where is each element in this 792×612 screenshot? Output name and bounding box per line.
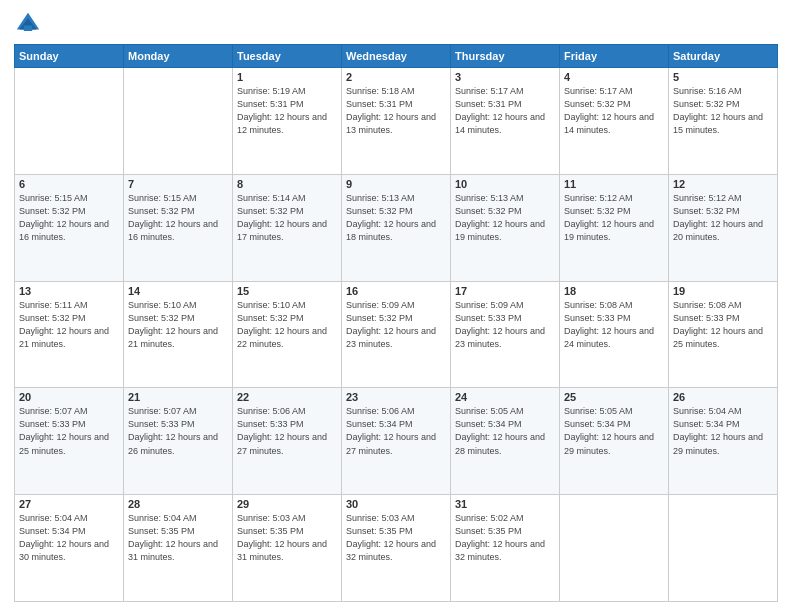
day-number: 28	[128, 498, 228, 510]
calendar-week-4: 20Sunrise: 5:07 AMSunset: 5:33 PMDayligh…	[15, 388, 778, 495]
calendar-week-5: 27Sunrise: 5:04 AMSunset: 5:34 PMDayligh…	[15, 495, 778, 602]
calendar-cell: 3Sunrise: 5:17 AMSunset: 5:31 PMDaylight…	[451, 68, 560, 175]
day-info: Sunrise: 5:18 AMSunset: 5:31 PMDaylight:…	[346, 85, 446, 137]
calendar-cell: 24Sunrise: 5:05 AMSunset: 5:34 PMDayligh…	[451, 388, 560, 495]
day-info: Sunrise: 5:04 AMSunset: 5:34 PMDaylight:…	[19, 512, 119, 564]
day-number: 12	[673, 178, 773, 190]
day-info: Sunrise: 5:09 AMSunset: 5:32 PMDaylight:…	[346, 299, 446, 351]
day-info: Sunrise: 5:06 AMSunset: 5:33 PMDaylight:…	[237, 405, 337, 457]
calendar-cell: 10Sunrise: 5:13 AMSunset: 5:32 PMDayligh…	[451, 174, 560, 281]
day-info: Sunrise: 5:10 AMSunset: 5:32 PMDaylight:…	[237, 299, 337, 351]
day-number: 19	[673, 285, 773, 297]
day-number: 13	[19, 285, 119, 297]
day-info: Sunrise: 5:03 AMSunset: 5:35 PMDaylight:…	[346, 512, 446, 564]
calendar-week-3: 13Sunrise: 5:11 AMSunset: 5:32 PMDayligh…	[15, 281, 778, 388]
day-number: 18	[564, 285, 664, 297]
day-info: Sunrise: 5:07 AMSunset: 5:33 PMDaylight:…	[128, 405, 228, 457]
calendar: SundayMondayTuesdayWednesdayThursdayFrid…	[14, 44, 778, 602]
day-info: Sunrise: 5:08 AMSunset: 5:33 PMDaylight:…	[564, 299, 664, 351]
calendar-cell: 6Sunrise: 5:15 AMSunset: 5:32 PMDaylight…	[15, 174, 124, 281]
calendar-header-row: SundayMondayTuesdayWednesdayThursdayFrid…	[15, 45, 778, 68]
day-number: 9	[346, 178, 446, 190]
calendar-cell: 29Sunrise: 5:03 AMSunset: 5:35 PMDayligh…	[233, 495, 342, 602]
calendar-cell: 12Sunrise: 5:12 AMSunset: 5:32 PMDayligh…	[669, 174, 778, 281]
day-number: 10	[455, 178, 555, 190]
day-info: Sunrise: 5:09 AMSunset: 5:33 PMDaylight:…	[455, 299, 555, 351]
day-number: 27	[19, 498, 119, 510]
day-number: 2	[346, 71, 446, 83]
day-info: Sunrise: 5:02 AMSunset: 5:35 PMDaylight:…	[455, 512, 555, 564]
calendar-cell: 26Sunrise: 5:04 AMSunset: 5:34 PMDayligh…	[669, 388, 778, 495]
day-info: Sunrise: 5:13 AMSunset: 5:32 PMDaylight:…	[346, 192, 446, 244]
day-number: 15	[237, 285, 337, 297]
calendar-cell: 18Sunrise: 5:08 AMSunset: 5:33 PMDayligh…	[560, 281, 669, 388]
day-number: 25	[564, 391, 664, 403]
day-number: 8	[237, 178, 337, 190]
col-header-friday: Friday	[560, 45, 669, 68]
day-number: 26	[673, 391, 773, 403]
col-header-sunday: Sunday	[15, 45, 124, 68]
col-header-tuesday: Tuesday	[233, 45, 342, 68]
calendar-cell: 25Sunrise: 5:05 AMSunset: 5:34 PMDayligh…	[560, 388, 669, 495]
svg-rect-2	[24, 25, 32, 31]
day-number: 23	[346, 391, 446, 403]
col-header-thursday: Thursday	[451, 45, 560, 68]
day-number: 21	[128, 391, 228, 403]
day-info: Sunrise: 5:16 AMSunset: 5:32 PMDaylight:…	[673, 85, 773, 137]
calendar-cell: 7Sunrise: 5:15 AMSunset: 5:32 PMDaylight…	[124, 174, 233, 281]
day-info: Sunrise: 5:03 AMSunset: 5:35 PMDaylight:…	[237, 512, 337, 564]
day-number: 1	[237, 71, 337, 83]
day-number: 11	[564, 178, 664, 190]
logo-icon	[14, 10, 42, 38]
day-info: Sunrise: 5:12 AMSunset: 5:32 PMDaylight:…	[673, 192, 773, 244]
header	[14, 10, 778, 38]
day-info: Sunrise: 5:17 AMSunset: 5:32 PMDaylight:…	[564, 85, 664, 137]
day-info: Sunrise: 5:05 AMSunset: 5:34 PMDaylight:…	[455, 405, 555, 457]
calendar-week-1: 1Sunrise: 5:19 AMSunset: 5:31 PMDaylight…	[15, 68, 778, 175]
day-info: Sunrise: 5:17 AMSunset: 5:31 PMDaylight:…	[455, 85, 555, 137]
calendar-cell: 13Sunrise: 5:11 AMSunset: 5:32 PMDayligh…	[15, 281, 124, 388]
day-info: Sunrise: 5:08 AMSunset: 5:33 PMDaylight:…	[673, 299, 773, 351]
calendar-week-2: 6Sunrise: 5:15 AMSunset: 5:32 PMDaylight…	[15, 174, 778, 281]
day-number: 16	[346, 285, 446, 297]
day-number: 6	[19, 178, 119, 190]
day-number: 31	[455, 498, 555, 510]
day-info: Sunrise: 5:06 AMSunset: 5:34 PMDaylight:…	[346, 405, 446, 457]
day-info: Sunrise: 5:04 AMSunset: 5:34 PMDaylight:…	[673, 405, 773, 457]
calendar-cell: 11Sunrise: 5:12 AMSunset: 5:32 PMDayligh…	[560, 174, 669, 281]
col-header-wednesday: Wednesday	[342, 45, 451, 68]
day-number: 20	[19, 391, 119, 403]
calendar-cell	[560, 495, 669, 602]
calendar-cell: 30Sunrise: 5:03 AMSunset: 5:35 PMDayligh…	[342, 495, 451, 602]
calendar-cell: 8Sunrise: 5:14 AMSunset: 5:32 PMDaylight…	[233, 174, 342, 281]
page: SundayMondayTuesdayWednesdayThursdayFrid…	[0, 0, 792, 612]
calendar-cell: 14Sunrise: 5:10 AMSunset: 5:32 PMDayligh…	[124, 281, 233, 388]
calendar-cell: 17Sunrise: 5:09 AMSunset: 5:33 PMDayligh…	[451, 281, 560, 388]
calendar-cell: 2Sunrise: 5:18 AMSunset: 5:31 PMDaylight…	[342, 68, 451, 175]
calendar-cell	[124, 68, 233, 175]
day-number: 4	[564, 71, 664, 83]
day-info: Sunrise: 5:19 AMSunset: 5:31 PMDaylight:…	[237, 85, 337, 137]
day-number: 14	[128, 285, 228, 297]
calendar-cell: 16Sunrise: 5:09 AMSunset: 5:32 PMDayligh…	[342, 281, 451, 388]
calendar-cell: 23Sunrise: 5:06 AMSunset: 5:34 PMDayligh…	[342, 388, 451, 495]
day-info: Sunrise: 5:10 AMSunset: 5:32 PMDaylight:…	[128, 299, 228, 351]
calendar-cell: 27Sunrise: 5:04 AMSunset: 5:34 PMDayligh…	[15, 495, 124, 602]
calendar-cell: 4Sunrise: 5:17 AMSunset: 5:32 PMDaylight…	[560, 68, 669, 175]
day-number: 17	[455, 285, 555, 297]
col-header-monday: Monday	[124, 45, 233, 68]
logo	[14, 10, 46, 38]
day-info: Sunrise: 5:14 AMSunset: 5:32 PMDaylight:…	[237, 192, 337, 244]
day-info: Sunrise: 5:13 AMSunset: 5:32 PMDaylight:…	[455, 192, 555, 244]
calendar-cell: 22Sunrise: 5:06 AMSunset: 5:33 PMDayligh…	[233, 388, 342, 495]
calendar-cell: 5Sunrise: 5:16 AMSunset: 5:32 PMDaylight…	[669, 68, 778, 175]
day-info: Sunrise: 5:15 AMSunset: 5:32 PMDaylight:…	[128, 192, 228, 244]
calendar-cell: 31Sunrise: 5:02 AMSunset: 5:35 PMDayligh…	[451, 495, 560, 602]
day-info: Sunrise: 5:11 AMSunset: 5:32 PMDaylight:…	[19, 299, 119, 351]
day-number: 7	[128, 178, 228, 190]
day-number: 22	[237, 391, 337, 403]
day-info: Sunrise: 5:15 AMSunset: 5:32 PMDaylight:…	[19, 192, 119, 244]
calendar-cell	[15, 68, 124, 175]
day-info: Sunrise: 5:12 AMSunset: 5:32 PMDaylight:…	[564, 192, 664, 244]
day-info: Sunrise: 5:07 AMSunset: 5:33 PMDaylight:…	[19, 405, 119, 457]
